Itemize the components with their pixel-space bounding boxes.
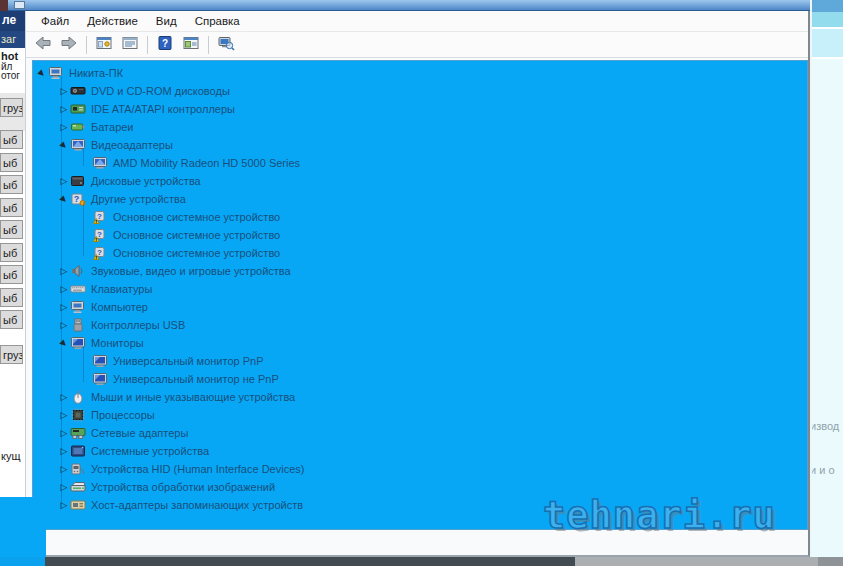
bg-title-text: ле <box>2 13 16 27</box>
tree-item-label: Мониторы <box>91 337 144 349</box>
bg-text-fragment: извод <box>812 420 839 432</box>
tree-item[interactable]: ▷Устройства HID (Human Interface Devices… <box>33 460 807 478</box>
tree-item[interactable]: Универсальный монитор PnP <box>33 352 807 370</box>
tree-item-label: Устройства обработки изображений <box>91 481 275 493</box>
tree-item-label: Компьютер <box>91 301 148 313</box>
bg-list-button[interactable]: ыб <box>0 288 23 307</box>
bg-load-button[interactable]: груз <box>0 98 23 117</box>
tree-item[interactable]: ▷DVD и CD-ROM дисководы <box>33 82 807 100</box>
forward-button[interactable] <box>56 34 82 56</box>
tree-item-label: Батареи <box>91 121 134 133</box>
expand-arrow[interactable]: ▷ <box>58 104 70 114</box>
toolbar-separator <box>208 36 209 54</box>
bg-list-button[interactable]: ыб <box>0 310 23 329</box>
expand-arrow[interactable]: ▷ <box>58 284 70 294</box>
tree-item[interactable]: ▷Процессоры <box>33 406 807 424</box>
bg-list-button[interactable]: ыб <box>0 130 23 149</box>
menu-action[interactable]: Действие <box>78 12 147 30</box>
bg-text-fragment: отог <box>1 70 20 81</box>
tree-item[interactable]: ▷Звуковые, видео и игровые устройства <box>33 262 807 280</box>
tree-indent-guide <box>61 76 62 508</box>
tree-item[interactable]: AMD Mobility Radeon HD 5000 Series <box>33 154 807 172</box>
expand-arrow[interactable]: ▷ <box>58 410 70 420</box>
tree-item[interactable]: ▶Видеоадаптеры <box>33 136 807 154</box>
bg-window-titlebar-fragment: ле <box>0 10 25 31</box>
bg-list-button[interactable]: ыб <box>0 265 23 284</box>
tree-item[interactable]: ▷Сетевые адаптеры <box>33 424 807 442</box>
tree-item-label: Основное системное устройство <box>113 247 280 259</box>
expand-arrow[interactable]: ▷ <box>58 320 70 330</box>
help-button[interactable]: ? <box>152 34 178 56</box>
svg-text:?: ? <box>162 38 168 49</box>
menu-view[interactable]: Вид <box>147 12 186 30</box>
toolbar-separator <box>86 36 87 54</box>
tree-item[interactable]: ▶Мониторы <box>33 334 807 352</box>
tree-item-label: Универсальный монитор PnP <box>113 355 264 367</box>
tree-item-label: Основное системное устройство <box>113 211 280 223</box>
bg-list-button[interactable]: ыб <box>0 175 23 194</box>
tree-item[interactable]: ▷Клавиатуры <box>33 280 807 298</box>
menu-bar: Файл Действие Вид Справка <box>26 10 808 32</box>
tree-item[interactable]: Универсальный монитор не PnP <box>33 370 807 388</box>
arrow-right-icon <box>60 35 78 55</box>
console-tree-button[interactable] <box>91 34 117 56</box>
tree-indent-guide <box>83 346 84 382</box>
tree-item-label: Мыши и иные указывающие устройства <box>91 391 295 403</box>
expand-arrow[interactable]: ▷ <box>58 482 70 492</box>
tree-item[interactable]: ▷Мыши и иные указывающие устройства <box>33 388 807 406</box>
expand-arrow[interactable]: ▷ <box>58 122 70 132</box>
tree-item[interactable]: ▷Контроллеры USB <box>33 316 807 334</box>
bg-list-button[interactable]: ыб <box>0 198 23 217</box>
expand-arrow[interactable]: ▷ <box>58 86 70 96</box>
arrow-left-icon <box>34 35 52 55</box>
properties-button[interactable] <box>117 34 143 56</box>
bg-list-button[interactable]: ыб <box>0 243 23 262</box>
tree-item[interactable]: ▷Системные устройства <box>33 442 807 460</box>
tree-item[interactable]: ▶Никита-ПК <box>33 64 807 82</box>
tree-indent-guide <box>83 148 84 166</box>
bg-band <box>812 29 843 57</box>
expand-arrow[interactable]: ▷ <box>58 428 70 438</box>
window-icon <box>14 1 25 9</box>
tree-item[interactable]: ?Основное системное устройство <box>33 208 807 226</box>
tree-item-label: Сетевые адаптеры <box>91 427 188 439</box>
expand-arrow[interactable]: ▷ <box>58 500 70 510</box>
expand-arrow[interactable]: ▷ <box>58 392 70 402</box>
expand-arrow[interactable]: ▷ <box>58 176 70 186</box>
window-titlebar[interactable] <box>8 0 810 11</box>
tree-item[interactable]: ▷IDE ATA/ATAPI контроллеры <box>33 100 807 118</box>
bg-list-button[interactable]: ыб <box>0 153 23 172</box>
menu-help[interactable]: Справка <box>186 12 249 30</box>
tree-item-label: Хост-адаптеры запоминающих устройств <box>91 499 303 511</box>
tree-item[interactable]: ▶?Другие устройства <box>33 190 807 208</box>
tree-item[interactable]: ▷Дисковые устройства <box>33 172 807 190</box>
monitor-icon <box>92 371 109 387</box>
expand-arrow[interactable]: ▷ <box>58 266 70 276</box>
action-pane-button[interactable] <box>178 34 204 56</box>
warning-device-icon: ? <box>92 209 109 225</box>
scan-hardware-button[interactable] <box>213 34 239 56</box>
watermark-text: tehnari.ru <box>543 494 776 537</box>
expand-arrow[interactable]: ▷ <box>58 446 70 456</box>
disk-drive-icon <box>70 173 87 189</box>
expand-arrow[interactable]: ▷ <box>58 302 70 312</box>
display-adapter-icon <box>70 137 87 153</box>
bg-list-button[interactable]: ыб <box>0 220 23 239</box>
back-button[interactable] <box>30 34 56 56</box>
tree-item[interactable]: ?Основное системное устройство <box>33 244 807 262</box>
tree-item-label: Клавиатуры <box>91 283 152 295</box>
bg-window-corner <box>0 497 46 557</box>
bg-load-button[interactable]: груз <box>0 345 23 364</box>
expand-arrow[interactable]: ▷ <box>58 464 70 474</box>
warning-device-icon: ? <box>92 245 109 261</box>
system-device-icon <box>70 443 87 459</box>
tree-item-label: IDE ATA/ATAPI контроллеры <box>91 103 235 115</box>
menu-file[interactable]: Файл <box>32 12 78 30</box>
tree-item[interactable]: ▷Батареи <box>33 118 807 136</box>
unknown-device-icon: ? <box>70 191 87 207</box>
cd-drive-icon <box>70 83 87 99</box>
monitor-icon <box>70 335 87 351</box>
tree-item-label: Видеоадаптеры <box>91 139 173 151</box>
tree-item[interactable]: ▷Компьютер <box>33 298 807 316</box>
tree-item[interactable]: ?Основное системное устройство <box>33 226 807 244</box>
